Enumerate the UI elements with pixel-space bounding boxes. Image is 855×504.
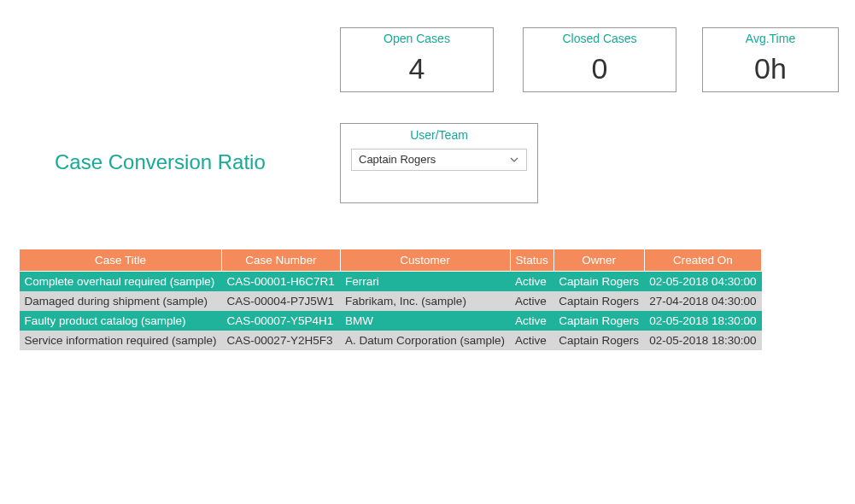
table-header: Case Title Case Number Customer Status O… xyxy=(20,249,762,272)
table-cell: CAS-00027-Y2H5F3 xyxy=(222,331,341,350)
kpi-label: Closed Cases xyxy=(524,28,676,45)
table-cell: 02-05-2018 18:30:00 xyxy=(644,331,761,350)
kpi-value: 0 xyxy=(524,45,676,94)
userteam-label: User/Team xyxy=(341,124,537,147)
page-title: Case Conversion Ratio xyxy=(55,150,266,174)
kpi-card-avg-time: Avg.Time 0h xyxy=(702,27,839,92)
table-cell: Ferrari xyxy=(340,272,510,292)
table-row[interactable]: Faulty product catalog (sample)CAS-00007… xyxy=(20,311,762,331)
userteam-slicer: User/Team Captain Rogers xyxy=(340,123,538,203)
kpi-label: Avg.Time xyxy=(703,28,838,45)
cases-table: Case Title Case Number Customer Status O… xyxy=(19,249,762,350)
userteam-dropdown[interactable]: Captain Rogers xyxy=(351,149,527,171)
th-case-title[interactable]: Case Title xyxy=(20,249,222,272)
table-cell: Faulty product catalog (sample) xyxy=(20,311,222,331)
table-cell: Captain Rogers xyxy=(553,331,644,350)
th-created-on[interactable]: Created On xyxy=(644,249,761,272)
table-cell: CAS-00001-H6C7R1 xyxy=(222,272,341,292)
table-cell: 02-05-2018 04:30:00 xyxy=(644,272,761,292)
th-owner[interactable]: Owner xyxy=(553,249,644,272)
table-cell: BMW xyxy=(340,311,510,331)
kpi-card-open-cases: Open Cases 4 xyxy=(340,27,494,92)
table-cell: Service information required (sample) xyxy=(20,331,222,350)
table-cell: Captain Rogers xyxy=(553,291,644,311)
table-cell: Complete overhaul required (sample) xyxy=(20,272,222,292)
table-cell: Fabrikam, Inc. (sample) xyxy=(340,291,510,311)
kpi-card-closed-cases: Closed Cases 0 xyxy=(523,27,676,92)
table-cell: Active xyxy=(510,331,553,350)
table-cell: Active xyxy=(510,291,553,311)
table-cell: A. Datum Corporation (sample) xyxy=(340,331,510,350)
table-cell: CAS-00007-Y5P4H1 xyxy=(222,311,341,331)
kpi-value: 0h xyxy=(703,45,838,94)
table-cell: CAS-00004-P7J5W1 xyxy=(222,291,341,311)
chevron-down-icon xyxy=(509,155,519,165)
kpi-label: Open Cases xyxy=(341,28,493,45)
table-body: Complete overhaul required (sample)CAS-0… xyxy=(20,272,762,351)
table-cell: Captain Rogers xyxy=(553,311,644,331)
table-cell: Active xyxy=(510,311,553,331)
table-cell: Damaged during shipment (sample) xyxy=(20,291,222,311)
th-status[interactable]: Status xyxy=(510,249,553,272)
table-cell: 02-05-2018 18:30:00 xyxy=(644,311,761,331)
table-cell: Active xyxy=(510,272,553,292)
th-customer[interactable]: Customer xyxy=(340,249,510,272)
table-row[interactable]: Damaged during shipment (sample)CAS-0000… xyxy=(20,291,762,311)
table-row[interactable]: Complete overhaul required (sample)CAS-0… xyxy=(20,272,762,292)
kpi-value: 4 xyxy=(341,45,493,94)
th-case-number[interactable]: Case Number xyxy=(222,249,341,272)
table-row[interactable]: Service information required (sample)CAS… xyxy=(20,331,762,350)
table-cell: Captain Rogers xyxy=(553,272,644,292)
table-cell: 27-04-2018 04:30:00 xyxy=(644,291,761,311)
userteam-selected: Captain Rogers xyxy=(359,153,436,166)
